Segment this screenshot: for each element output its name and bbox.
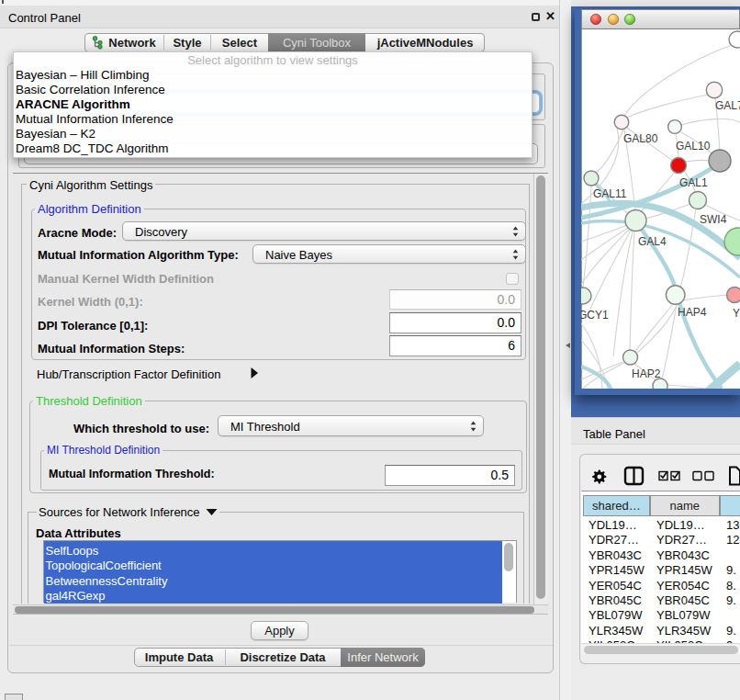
svg-text:GAL80: GAL80 [623,132,658,145]
svg-text:SWI4: SWI4 [700,213,727,226]
svg-text:HAP4: HAP4 [678,306,707,319]
svg-text:GAL4: GAL4 [638,235,667,248]
svg-text:GAL10: GAL10 [676,140,711,152]
svg-text:GAL1: GAL1 [679,176,708,189]
svg-text:GCY1: GCY1 [581,309,609,322]
svg-text:GAL7: GAL7 [715,99,740,112]
svg-text:Y: Y [733,307,740,320]
svg-text:HAP2: HAP2 [632,367,661,380]
svg-text:GAL11: GAL11 [593,187,627,200]
